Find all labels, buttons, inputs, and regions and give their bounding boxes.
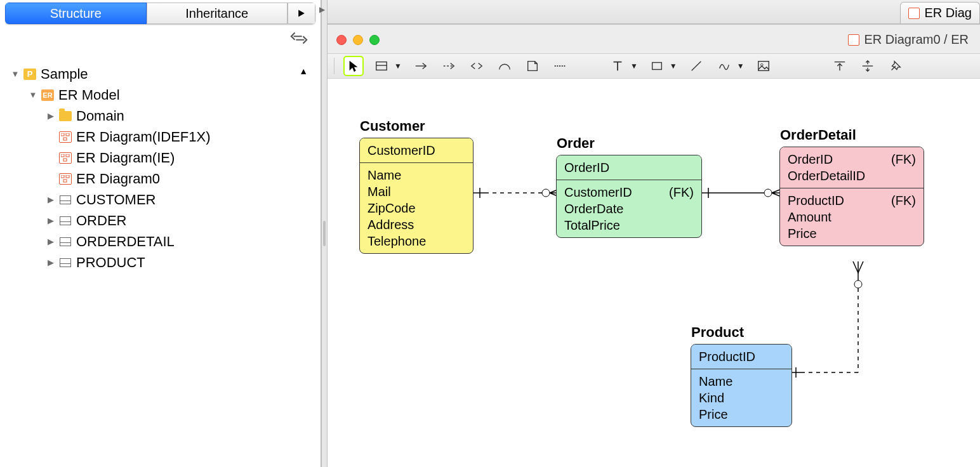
freehand-tool-dropdown[interactable]: ▼ (737, 62, 745, 70)
tree-item-domain[interactable]: ▶ Domain (9, 105, 313, 126)
close-window-button[interactable] (336, 35, 347, 45)
entity-tool-dropdown[interactable]: ▼ (394, 62, 402, 70)
tree-item-diagram-ie[interactable]: ER Diagram(IE) (9, 147, 313, 168)
nonidentifying-rel-tool[interactable] (440, 57, 458, 75)
svg-point-23 (542, 189, 550, 197)
attr-field: Name (368, 167, 401, 183)
tab-more-arrow[interactable] (288, 3, 315, 24)
fk-label: (FK) (891, 151, 916, 168)
tree-label: Domain (76, 108, 124, 124)
align-top-tool[interactable] (831, 57, 849, 75)
attr-field: Price (699, 406, 728, 423)
identifying-rel-tool[interactable] (412, 57, 430, 75)
pk-field: ProductID (699, 348, 755, 365)
tree-label: ER Diagram0 (76, 171, 160, 187)
svg-point-27 (764, 189, 772, 197)
tab-structure[interactable]: Structure (5, 3, 147, 24)
tab-label: ER Diag (925, 6, 972, 20)
tree-label: PRODUCT (76, 254, 145, 271)
diagram-icon (908, 8, 920, 19)
svg-rect-7 (66, 175, 69, 178)
entity-orderdetail[interactable]: OrderDetail OrderID(FK) OrderDetailID Pr… (779, 147, 924, 246)
entity-product[interactable]: Product ProductID Name Kind Price (691, 344, 792, 427)
tree-item-table-orderdetail[interactable]: ▶ ORDERDETAIL (9, 231, 313, 252)
tree-item-diagram-idef1x[interactable]: ER Diagram(IDEF1X) (9, 126, 313, 147)
pointer-tool[interactable] (345, 57, 362, 75)
svg-rect-16 (758, 62, 769, 71)
tree-label: ORDER (76, 213, 126, 229)
svg-rect-14 (652, 63, 661, 70)
attr-field: TotalPrice (564, 217, 620, 234)
entity-title: Product (691, 324, 744, 341)
image-tool[interactable] (755, 57, 772, 75)
rect-tool-dropdown[interactable]: ▼ (670, 62, 677, 70)
many-many-rel-tool[interactable] (468, 57, 486, 75)
window-title: ER Diagram0 / ER (848, 32, 972, 47)
entity-customer[interactable]: Customer CustomerID Name Mail ZipCode Ad… (359, 138, 473, 254)
attr-field: Kind (699, 390, 724, 406)
editor-tab-erdiagram[interactable]: ER Diag (900, 2, 980, 23)
tree-label: Sample (41, 66, 88, 82)
svg-line-15 (691, 62, 701, 71)
separator-tool[interactable] (552, 57, 569, 75)
structure-panel: Structure Inheritance ▲ ▼P Sample ▼ER ER… (0, 0, 321, 467)
diagram-canvas[interactable]: Customer CustomerID Name Mail ZipCode Ad… (328, 79, 980, 467)
rel-product-orderdetail (790, 261, 878, 388)
zoom-window-button[interactable] (369, 35, 380, 45)
attr-field: Name (699, 373, 732, 390)
svg-rect-6 (61, 175, 64, 178)
attr-field: Amount (788, 209, 831, 225)
tree-item-sample[interactable]: ▼P Sample (9, 63, 299, 84)
subtype-tool[interactable] (496, 57, 513, 75)
attr-field: Telephone (368, 233, 426, 249)
rect-tool[interactable] (648, 57, 666, 75)
tree-label: ER Model (58, 87, 120, 103)
tree-item-ermodel[interactable]: ▼ER ER Model (9, 84, 313, 105)
text-tool-dropdown[interactable]: ▼ (630, 62, 638, 70)
entity-tool[interactable] (373, 57, 390, 75)
tree-item-table-product[interactable]: ▶ PRODUCT (9, 252, 313, 273)
attr-field: Price (788, 225, 817, 242)
note-tool[interactable] (524, 57, 541, 75)
attr-field: Mail (368, 183, 391, 200)
tree-label: ER Diagram(IE) (76, 150, 175, 166)
tree-view[interactable]: ▼P Sample ▼ER ER Model ▶ Domain ER Diagr… (0, 63, 321, 273)
svg-rect-0 (61, 133, 64, 136)
line-tool[interactable] (687, 57, 705, 75)
rel-customer-order (473, 187, 562, 199)
fk-label: (FK) (669, 184, 694, 201)
align-middle-tool[interactable] (859, 57, 877, 75)
link-with-editor-icon[interactable] (290, 29, 308, 47)
minimize-window-button[interactable] (353, 35, 363, 45)
pk-field: OrderID (564, 159, 609, 176)
rel-order-orderdetail (702, 187, 785, 199)
pk-field: OrderID (788, 151, 833, 168)
freehand-tool[interactable] (715, 57, 733, 75)
tree-item-diagram0[interactable]: ER Diagram0 (9, 168, 313, 189)
entity-title: Order (557, 135, 595, 152)
tree-item-table-customer[interactable]: ▶ CUSTOMER (9, 189, 313, 210)
attr-field: CustomerID (564, 184, 632, 201)
window-controls: ER Diagram0 / ER (328, 25, 980, 47)
entity-order[interactable]: Order OrderID CustomerID(FK) OrderDate T… (556, 155, 702, 238)
tree-item-table-order[interactable]: ▶ ORDER (9, 210, 313, 231)
attr-field: OrderDate (564, 201, 623, 217)
svg-rect-4 (66, 154, 69, 157)
editor-tabbar: ER Diag (328, 0, 980, 24)
tree-label: ORDERDETAIL (76, 234, 175, 250)
panel-menu-icon[interactable]: ▲ (299, 66, 308, 76)
text-tool[interactable] (609, 57, 626, 75)
vertical-splitter[interactable]: ▶ (321, 0, 328, 467)
svg-point-28 (854, 280, 862, 288)
diagram-icon (848, 34, 859, 46)
pin-tool[interactable] (887, 57, 904, 75)
svg-rect-1 (66, 133, 69, 136)
editor-area: ER Diag ER Diagram0 / ER ▼ (328, 0, 980, 467)
entity-title: OrderDetail (780, 127, 856, 143)
pk-field: CustomerID (368, 142, 435, 159)
tree-label: CUSTOMER (76, 192, 156, 208)
attr-field: ProductID (788, 192, 844, 209)
fk-label: (FK) (891, 192, 916, 209)
tab-inheritance[interactable]: Inheritance (147, 3, 288, 24)
diagram-window: ER Diagram0 / ER ▼ ▼ ▼ ▼ (328, 24, 980, 467)
